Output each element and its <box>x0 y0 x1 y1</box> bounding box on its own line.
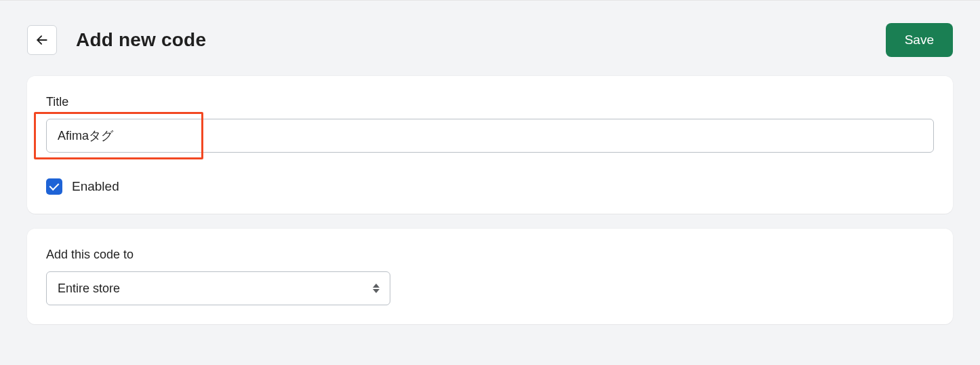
enabled-row: Enabled <box>46 178 934 195</box>
target-select[interactable]: Entire store <box>46 271 390 305</box>
back-button[interactable] <box>27 25 57 55</box>
enabled-checkbox[interactable] <box>46 178 62 195</box>
target-select-wrap: Entire store <box>46 271 390 305</box>
title-label: Title <box>46 95 934 109</box>
target-card: Add this code to Entire store <box>27 229 953 324</box>
enabled-label: Enabled <box>72 179 119 194</box>
arrow-left-icon <box>35 33 49 47</box>
title-card: Title Enabled <box>27 76 953 214</box>
save-button[interactable]: Save <box>886 23 953 57</box>
page-header: Add new code Save <box>27 23 953 57</box>
page-container: Add new code Save Title Enabled Add this… <box>0 3 980 365</box>
header-left: Add new code <box>27 25 206 55</box>
page-title: Add new code <box>76 29 206 51</box>
title-input[interactable] <box>46 119 934 153</box>
title-input-wrap <box>46 119 934 153</box>
target-label: Add this code to <box>46 248 934 262</box>
